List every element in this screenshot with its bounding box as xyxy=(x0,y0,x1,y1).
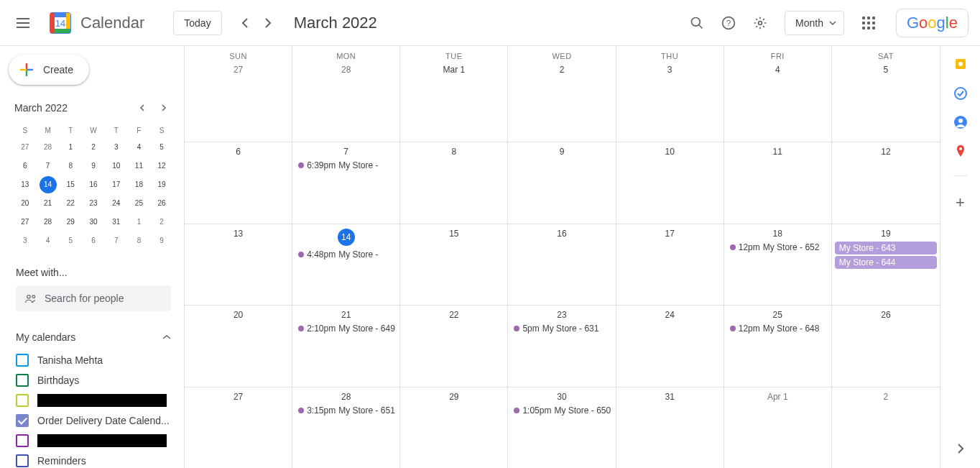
mini-day[interactable]: 24 xyxy=(108,195,125,212)
mini-day[interactable]: 19 xyxy=(153,176,170,193)
help-button[interactable]: ? xyxy=(714,9,743,37)
mini-day[interactable]: 28 xyxy=(40,139,57,156)
day-cell[interactable]: 235pmMy Store - 631 xyxy=(508,306,616,386)
day-cell[interactable]: 12 xyxy=(832,142,940,223)
calendar-checkbox[interactable] xyxy=(16,434,29,447)
day-cell[interactable]: 19My Store - 643My Store - 644 xyxy=(832,224,940,305)
contacts-icon[interactable] xyxy=(953,115,968,129)
keep-icon[interactable] xyxy=(953,58,968,72)
mini-day[interactable]: 14 xyxy=(40,176,57,193)
add-addon-button[interactable]: + xyxy=(956,193,965,212)
day-cell[interactable]: 15 xyxy=(400,224,508,305)
today-button[interactable]: Today xyxy=(173,11,221,35)
day-cell[interactable]: 2 xyxy=(508,60,616,142)
mini-day[interactable]: 12 xyxy=(153,157,170,175)
search-button[interactable] xyxy=(683,9,711,37)
mini-day[interactable]: 3 xyxy=(108,139,125,156)
my-calendars-header[interactable]: My calendars xyxy=(16,331,171,343)
mini-day[interactable]: 5 xyxy=(62,232,79,249)
event[interactable]: My Store - 644 xyxy=(835,256,937,269)
day-cell[interactable]: 16 xyxy=(508,224,616,305)
day-cell[interactable]: 4 xyxy=(724,60,832,142)
event[interactable]: My Store - 643 xyxy=(835,242,937,254)
calendar-item[interactable]: Reminders xyxy=(16,451,175,468)
day-cell[interactable]: 26 xyxy=(832,306,940,386)
prev-month-button[interactable] xyxy=(234,12,256,35)
google-logo[interactable]: Google xyxy=(896,9,969,37)
mini-day[interactable]: 2 xyxy=(85,139,102,156)
mini-day[interactable]: 25 xyxy=(130,195,147,212)
day-cell[interactable]: 2512pmMy Store - 648 xyxy=(724,306,832,386)
mini-day[interactable]: 6 xyxy=(17,157,34,175)
day-cell[interactable]: 22 xyxy=(400,306,508,386)
view-selector[interactable]: Month xyxy=(785,11,844,35)
day-cell[interactable]: 20 xyxy=(185,306,292,386)
day-cell[interactable]: 283:15pmMy Store - 651 xyxy=(292,387,400,468)
day-cell[interactable]: 76:39pmMy Store - xyxy=(292,142,400,223)
mini-day[interactable]: 8 xyxy=(130,232,147,249)
day-cell[interactable]: 212:10pmMy Store - 649 xyxy=(292,306,400,386)
maps-icon[interactable] xyxy=(953,144,968,158)
day-cell[interactable]: 6 xyxy=(185,142,292,223)
day-cell[interactable]: Mar 1 xyxy=(400,60,508,142)
day-cell[interactable]: Apr 1 xyxy=(724,387,832,468)
mini-day[interactable]: 5 xyxy=(153,139,170,156)
day-cell[interactable]: 11 xyxy=(724,142,832,223)
mini-day[interactable]: 9 xyxy=(85,157,102,175)
mini-day[interactable]: 23 xyxy=(85,195,102,212)
calendar-item[interactable] xyxy=(16,431,175,451)
mini-day[interactable]: 27 xyxy=(17,214,34,231)
mini-prev-button[interactable] xyxy=(134,99,151,116)
mini-day[interactable]: 8 xyxy=(62,157,79,175)
calendar-checkbox[interactable] xyxy=(16,354,29,367)
day-cell[interactable]: 1812pmMy Store - 652 xyxy=(724,224,832,305)
mini-day[interactable]: 27 xyxy=(17,139,34,156)
day-cell[interactable]: 28 xyxy=(292,60,400,142)
event[interactable]: 3:15pmMy Store - 651 xyxy=(295,405,397,416)
mini-day[interactable]: 13 xyxy=(17,176,34,193)
event[interactable]: 12pmMy Store - 648 xyxy=(727,323,828,334)
mini-day[interactable]: 29 xyxy=(62,214,79,231)
mini-day[interactable]: 30 xyxy=(85,214,102,231)
tasks-icon[interactable] xyxy=(953,86,968,101)
mini-day[interactable]: 10 xyxy=(108,157,125,175)
mini-day[interactable]: 2 xyxy=(153,214,170,231)
mini-day[interactable]: 4 xyxy=(40,232,57,249)
mini-day[interactable]: 1 xyxy=(130,214,147,231)
mini-day[interactable]: 18 xyxy=(130,176,147,193)
mini-day[interactable]: 6 xyxy=(85,232,102,249)
event[interactable]: 6:39pmMy Store - xyxy=(295,160,397,171)
day-cell[interactable]: 10 xyxy=(616,142,724,223)
day-cell[interactable]: 2 xyxy=(832,387,940,468)
calendar-checkbox[interactable] xyxy=(16,374,29,387)
calendar-checkbox[interactable] xyxy=(16,454,29,467)
mini-day[interactable]: 31 xyxy=(108,214,125,231)
mini-day[interactable]: 3 xyxy=(17,232,34,249)
day-cell[interactable]: 5 xyxy=(832,60,940,142)
next-month-button[interactable] xyxy=(256,12,279,35)
mini-day[interactable]: 4 xyxy=(130,139,147,156)
mini-day[interactable]: 15 xyxy=(62,176,79,193)
event[interactable]: 5pmMy Store - 631 xyxy=(511,323,612,334)
search-people-input[interactable]: Search for people xyxy=(16,285,171,311)
calendar-item[interactable]: Order Delivery Date Calend... xyxy=(16,410,175,431)
mini-day[interactable]: 26 xyxy=(153,195,170,212)
event[interactable]: 4:48pmMy Store - xyxy=(295,249,397,260)
day-cell[interactable]: 29 xyxy=(400,387,508,468)
collapse-panel-button[interactable] xyxy=(957,444,964,456)
day-cell[interactable]: 144:48pmMy Store - xyxy=(292,224,400,305)
day-cell[interactable]: 24 xyxy=(616,306,724,386)
mini-day[interactable]: 7 xyxy=(40,157,57,175)
event[interactable]: 1:05pmMy Store - 650 xyxy=(511,405,612,416)
mini-day[interactable]: 20 xyxy=(17,195,34,212)
mini-day[interactable]: 21 xyxy=(40,195,57,212)
settings-button[interactable] xyxy=(746,9,775,37)
mini-day[interactable]: 17 xyxy=(108,176,125,193)
mini-day[interactable]: 7 xyxy=(108,232,125,249)
day-cell[interactable]: 27 xyxy=(185,60,292,142)
calendar-item[interactable]: Tanisha Mehta xyxy=(16,350,175,370)
apps-button[interactable] xyxy=(854,9,883,37)
main-menu-button[interactable] xyxy=(6,6,40,40)
mini-day[interactable]: 28 xyxy=(40,214,57,231)
mini-next-button[interactable] xyxy=(155,99,172,116)
